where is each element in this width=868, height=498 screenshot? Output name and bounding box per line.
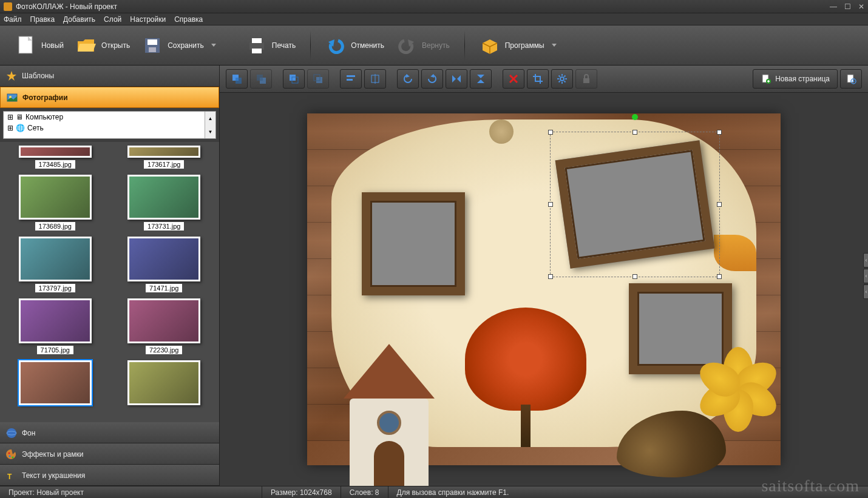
tree-decor[interactable] — [465, 308, 586, 447]
print-button[interactable]: Печать — [240, 32, 302, 59]
sidebar-photos[interactable]: Фотографии — [0, 87, 219, 108]
crop-button[interactable] — [527, 69, 549, 89]
menu-settings[interactable]: Настройки — [130, 15, 166, 24]
thumbnail[interactable] — [113, 360, 216, 405]
rotate-right-button[interactable] — [421, 69, 443, 89]
app-icon — [4, 2, 12, 11]
thumbnail[interactable]: 173617.jpg — [113, 146, 216, 169]
thumbnail[interactable] — [4, 360, 107, 405]
delete-button[interactable] — [503, 69, 524, 89]
photo-icon — [7, 92, 18, 103]
menu-file[interactable]: Файл — [4, 15, 22, 24]
new-label: Новый — [41, 41, 64, 50]
open-button[interactable]: Открыть — [70, 32, 136, 59]
thumbnail-label: 71705.jpg — [37, 346, 73, 354]
thumbnail-grid: 173485.jpg173617.jpg173689.jpg173731.jpg… — [0, 142, 219, 422]
bring-forward-button[interactable] — [283, 69, 305, 89]
undo-button[interactable]: Отменить — [319, 32, 390, 59]
thumbnail[interactable]: 72230.jpg — [113, 298, 216, 354]
save-dropdown-icon[interactable] — [211, 44, 216, 47]
window-title: ФотоКОЛЛАЖ - Новый проект — [16, 2, 117, 11]
leaf-decor[interactable] — [714, 235, 756, 271]
tree-network[interactable]: Сеть — [27, 124, 44, 132]
center-button[interactable] — [364, 69, 386, 89]
svg-point-37 — [560, 77, 564, 81]
send-back-button[interactable] — [250, 69, 272, 89]
sidebar-background[interactable]: Фон — [0, 422, 219, 443]
page-settings-button[interactable] — [840, 69, 862, 89]
svg-rect-28 — [347, 79, 353, 81]
programs-dropdown-icon[interactable] — [552, 44, 557, 47]
thumbnail-label: 173485.jpg — [35, 160, 75, 169]
poppy-decor[interactable] — [489, 119, 514, 144]
maximize-button[interactable]: ☐ — [844, 2, 851, 11]
open-label: Открыть — [101, 41, 130, 50]
minimize-button[interactable]: — — [830, 2, 837, 11]
resize-handle-nw[interactable] — [548, 130, 553, 135]
align-button[interactable] — [340, 69, 362, 89]
new-page-button[interactable]: Новая страница — [753, 69, 838, 89]
help-hint: Для вызова справки нажмите F1. — [397, 488, 509, 497]
settings-button[interactable] — [551, 69, 573, 89]
status-bar: Проект: Новый проект Размер: 1024x768 Сл… — [0, 486, 868, 498]
close-button[interactable]: ✕ — [858, 2, 864, 11]
resize-handle-w[interactable] — [548, 202, 553, 207]
resize-handle-n[interactable] — [632, 130, 637, 135]
tree-computer[interactable]: Компьютер — [25, 113, 63, 121]
menu-help[interactable]: Справка — [174, 15, 203, 24]
thumbnail[interactable]: 173797.jpg — [4, 237, 107, 292]
redo-icon — [396, 35, 417, 56]
save-button[interactable]: Сохранить — [136, 32, 222, 59]
photo-frame-1[interactable] — [362, 192, 465, 295]
lock-button[interactable] — [575, 69, 597, 89]
thumbnail[interactable]: 173485.jpg — [4, 146, 107, 169]
thumbnail-label: 173689.jpg — [35, 222, 75, 230]
svg-rect-23 — [290, 75, 296, 81]
send-backward-button[interactable] — [307, 69, 329, 89]
flower-decor[interactable] — [702, 332, 775, 405]
svg-rect-20 — [236, 78, 242, 84]
thumbnail-label: 71471.jpg — [146, 284, 182, 292]
sidebar-effects[interactable]: Эффекты и рамки — [0, 443, 219, 465]
tree-spinner[interactable]: ▲▼ — [205, 112, 215, 138]
thumbnail[interactable]: 71471.jpg — [113, 237, 216, 292]
rotate-handle[interactable] — [632, 114, 638, 120]
rotate-left-button[interactable] — [397, 69, 419, 89]
thumbnail-label: 173617.jpg — [144, 160, 184, 169]
svg-rect-38 — [583, 78, 589, 83]
house-decor[interactable] — [344, 344, 435, 486]
programs-button[interactable]: Программы — [473, 32, 563, 59]
thumbnail[interactable]: 173731.jpg — [113, 175, 216, 230]
canvas-toolbar: Новая страница — [220, 66, 868, 93]
selection-box[interactable] — [550, 132, 720, 277]
svg-marker-36 — [477, 79, 484, 83]
sidebar-text[interactable]: T Текст и украшения — [0, 465, 219, 486]
sidebar-templates[interactable]: Шаблоны — [0, 66, 219, 87]
flip-v-button[interactable] — [470, 69, 492, 89]
menu-add[interactable]: Добавить — [63, 15, 95, 24]
resize-handle-s[interactable] — [632, 274, 637, 279]
redo-button[interactable]: Вернуть — [390, 32, 456, 59]
thumbnail-label: 72230.jpg — [146, 346, 182, 354]
resize-handle-e[interactable] — [717, 202, 722, 207]
resize-handle-se[interactable] — [717, 274, 722, 279]
canvas-viewport[interactable] — [220, 93, 868, 486]
file-tree[interactable]: ⊞🖥Компьютер ⊞🌐Сеть ▲▼ — [3, 111, 216, 139]
network-icon: 🌐 — [16, 124, 25, 132]
new-button[interactable]: Новый — [10, 32, 70, 59]
canvas[interactable] — [307, 113, 781, 465]
thumbnail[interactable]: 173689.jpg — [4, 175, 107, 230]
thumbnail[interactable]: 71705.jpg — [4, 298, 107, 354]
menu-layer[interactable]: Слой — [104, 15, 121, 24]
resize-handle-sw[interactable] — [548, 274, 553, 279]
panel-collapse-handles[interactable]: ‹‹‹ — [863, 253, 868, 299]
resize-handle-ne[interactable] — [717, 130, 722, 135]
bring-front-button[interactable] — [226, 69, 248, 89]
folder-open-icon — [76, 35, 97, 56]
project-name: Новый проект — [36, 488, 84, 497]
flip-h-button[interactable] — [446, 69, 467, 89]
svg-rect-6 — [252, 38, 262, 43]
print-label: Печать — [272, 41, 296, 50]
canvas-area: Новая страница — [220, 66, 868, 486]
menu-edit[interactable]: Правка — [30, 15, 55, 24]
